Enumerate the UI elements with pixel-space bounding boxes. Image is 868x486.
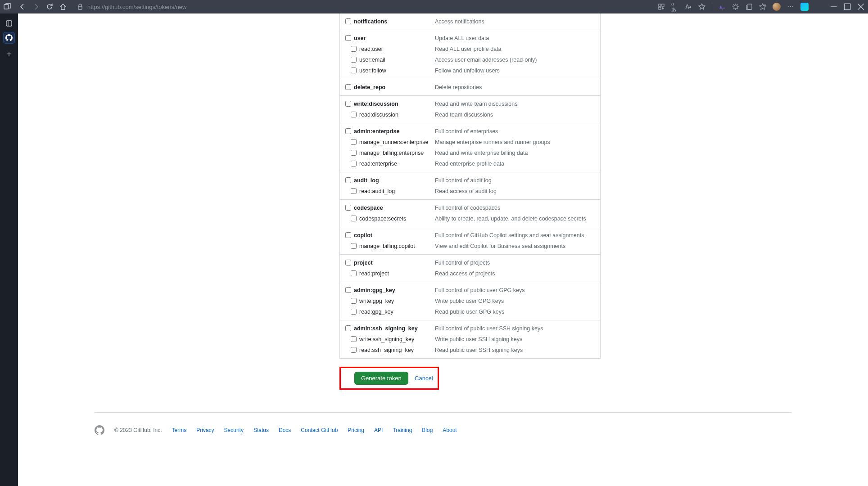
home-icon[interactable] <box>59 3 67 10</box>
svg-rect-8 <box>6 21 12 26</box>
scope-description: Read public user GPG keys <box>435 308 504 316</box>
refresh-icon[interactable] <box>46 3 53 10</box>
scope-name: read:ssh_signing_key <box>359 346 435 354</box>
forward-icon[interactable] <box>32 3 40 10</box>
url-text: https://github.com/settings/tokens/new <box>87 4 186 10</box>
scope-checkbox[interactable] <box>345 84 351 90</box>
scope-name: codespace:secrets <box>359 215 435 223</box>
scope-description: Follow and unfollow users <box>435 67 500 75</box>
scope-checkbox[interactable] <box>351 161 357 166</box>
scope-row: manage_billing:copilotView and edit Copi… <box>340 241 600 252</box>
scope-row: read:userRead ALL user profile data <box>340 44 600 54</box>
scope-checkbox[interactable] <box>351 216 357 221</box>
scope-checkbox[interactable] <box>345 205 351 211</box>
scope-row: admin:enterpriseFull control of enterpri… <box>340 126 600 137</box>
ext-1-icon[interactable] <box>719 3 726 10</box>
scope-name: project <box>354 259 435 267</box>
scope-name: admin:ssh_signing_key <box>354 324 435 333</box>
svg-rect-7 <box>844 4 850 9</box>
footer-link[interactable]: Blog <box>422 427 433 433</box>
scope-row: admin:gpg_keyFull control of public user… <box>340 285 600 296</box>
ext-2-icon[interactable] <box>732 3 739 10</box>
scope-checkbox[interactable] <box>345 325 351 331</box>
address-bar[interactable]: https://github.com/settings/tokens/new <box>77 3 186 10</box>
scope-checkbox[interactable] <box>351 243 357 249</box>
scope-checkbox[interactable] <box>351 46 357 52</box>
tabs-icon[interactable] <box>4 3 11 10</box>
footer-link[interactable]: About <box>443 427 457 433</box>
scope-description: Update ALL user data <box>435 34 489 42</box>
scope-row: delete_repoDelete repositories <box>340 82 600 93</box>
cancel-button[interactable]: Cancel <box>415 375 433 382</box>
scope-checkbox[interactable] <box>351 188 357 194</box>
svg-rect-2 <box>659 4 661 6</box>
scope-row: write:gpg_keyWrite public user GPG keys <box>340 296 600 306</box>
svg-rect-6 <box>748 4 752 9</box>
scope-checkbox[interactable] <box>345 287 351 293</box>
footer-link[interactable]: Pricing <box>348 427 364 433</box>
footer-link[interactable]: API <box>374 427 383 433</box>
scope-description: Full control of public user GPG keys <box>435 286 524 294</box>
favorite-icon[interactable] <box>698 3 705 10</box>
scope-checkbox[interactable] <box>351 347 357 353</box>
close-icon[interactable] <box>857 3 864 10</box>
footer-link[interactable]: Terms <box>172 427 187 433</box>
tab-github[interactable] <box>4 32 14 43</box>
scope-row: read:gpg_keyRead public user GPG keys <box>340 306 600 317</box>
scope-checkbox[interactable] <box>351 139 357 145</box>
tab-workspace[interactable] <box>4 18 14 29</box>
translate-icon[interactable]: aあ <box>671 3 678 10</box>
scope-description: Write public user SSH signing keys <box>435 335 522 343</box>
form-actions: Generate token Cancel <box>276 359 610 390</box>
scope-description: Full control of enterprises <box>435 127 498 135</box>
footer-link[interactable]: Training <box>393 427 412 433</box>
scope-checkbox[interactable] <box>345 101 351 107</box>
copilot-icon[interactable] <box>800 3 809 11</box>
scope-checkbox[interactable] <box>345 18 351 24</box>
footer-link[interactable]: Docs <box>279 427 291 433</box>
scope-checkbox[interactable] <box>351 336 357 342</box>
scope-row: write:discussionRead and write team disc… <box>340 99 600 109</box>
scope-name: manage_runners:enterprise <box>359 138 435 146</box>
scope-row: manage_runners:enterpriseManage enterpri… <box>340 137 600 148</box>
scope-checkbox[interactable] <box>345 177 351 183</box>
scope-description: Read and write team discussions <box>435 100 517 108</box>
scope-row: manage_billing:enterpriseRead and write … <box>340 148 600 158</box>
scope-name: read:user <box>359 45 435 53</box>
scope-checkbox[interactable] <box>351 68 357 73</box>
scope-checkbox[interactable] <box>345 128 351 134</box>
minimize-icon[interactable] <box>830 3 837 10</box>
scope-checkbox[interactable] <box>351 270 357 276</box>
footer-link[interactable]: Privacy <box>196 427 214 433</box>
footer-link[interactable]: Status <box>253 427 269 433</box>
page-viewport[interactable]: notificationsAccess notificationsuserUpd… <box>18 14 868 486</box>
back-icon[interactable] <box>19 3 26 10</box>
scope-checkbox[interactable] <box>351 112 357 117</box>
scope-name: copilot <box>354 231 435 239</box>
collections-icon[interactable] <box>746 3 753 10</box>
scope-description: Read public user SSH signing keys <box>435 346 523 354</box>
more-icon[interactable]: ⋯ <box>787 3 794 10</box>
scope-name: read:audit_log <box>359 187 435 195</box>
scope-checkbox[interactable] <box>351 298 357 304</box>
new-tab-button[interactable]: + <box>4 49 14 59</box>
scope-checkbox[interactable] <box>345 232 351 238</box>
scope-checkbox[interactable] <box>345 35 351 41</box>
profile-avatar[interactable] <box>773 3 781 11</box>
favorites-icon[interactable] <box>759 3 766 10</box>
scope-name: manage_billing:enterprise <box>359 149 435 157</box>
text-size-icon[interactable]: AA <box>685 3 692 10</box>
scope-checkbox[interactable] <box>345 260 351 266</box>
footer-link[interactable]: Contact GitHub <box>301 427 338 433</box>
generate-token-button[interactable]: Generate token <box>354 372 408 385</box>
footer-link[interactable]: Security <box>224 427 244 433</box>
svg-rect-3 <box>662 4 664 6</box>
scope-checkbox[interactable] <box>351 57 357 63</box>
extension-icon[interactable] <box>658 3 665 10</box>
scope-name: manage_billing:copilot <box>359 242 435 250</box>
scope-row: userUpdate ALL user data <box>340 33 600 44</box>
scope-checkbox[interactable] <box>351 309 357 315</box>
scope-checkbox[interactable] <box>351 150 357 156</box>
maximize-icon[interactable] <box>844 3 851 10</box>
scope-name: delete_repo <box>354 83 435 91</box>
